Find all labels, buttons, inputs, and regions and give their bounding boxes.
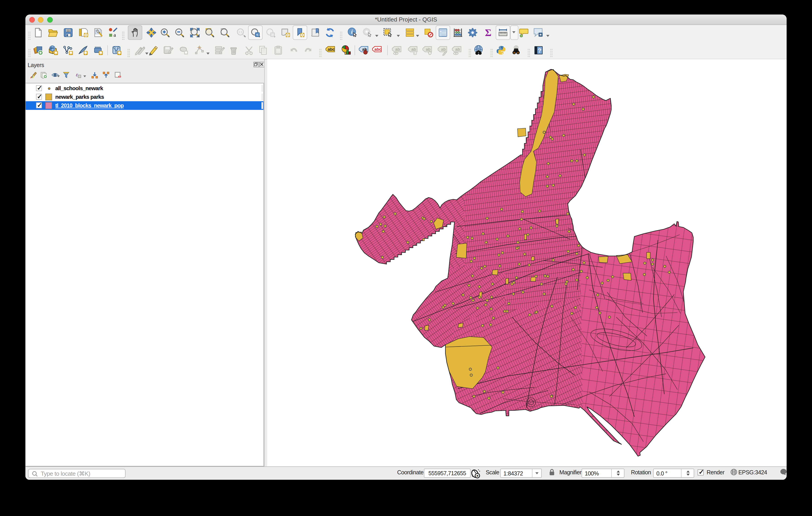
svg-text:?: ? xyxy=(538,47,542,54)
svg-text:ab: ab xyxy=(395,47,400,52)
svg-text:✱: ✱ xyxy=(54,50,58,55)
svg-text:✱: ✱ xyxy=(99,50,103,55)
svg-text:✱: ✱ xyxy=(84,50,88,55)
svg-text:✶: ✶ xyxy=(476,474,479,478)
svg-text:ab: ab xyxy=(441,47,446,52)
svg-text:ab: ab xyxy=(455,47,460,52)
svg-text:abc: abc xyxy=(374,47,381,52)
svg-text:Σ: Σ xyxy=(485,27,492,38)
svg-text:ε: ε xyxy=(76,71,78,78)
svg-text:<: < xyxy=(256,33,258,37)
svg-text:✱: ✱ xyxy=(118,50,121,55)
svg-text:i: i xyxy=(351,29,353,35)
svg-text:abc: abc xyxy=(328,47,335,52)
svg-text:1:1: 1:1 xyxy=(238,30,242,34)
svg-text:a: a xyxy=(114,32,116,38)
svg-text:ab: ab xyxy=(426,47,431,52)
svg-text:ab: ab xyxy=(411,47,416,52)
svg-text:✱: ✱ xyxy=(69,50,73,55)
svg-text:>: > xyxy=(271,33,273,37)
